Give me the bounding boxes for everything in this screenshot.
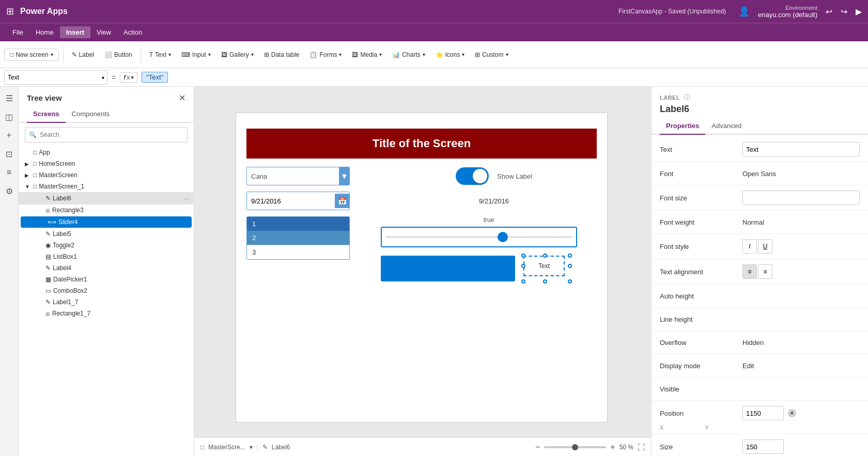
tree-item-label1_7[interactable]: ✎ Label1_7 xyxy=(19,296,194,308)
ribbon-divider-2 xyxy=(141,45,141,64)
ribbon: □ New screen ▾ ✎ Label ⬜ Button T Text ▾… xyxy=(0,41,868,68)
tree-item-datepicker1[interactable]: ▦ DatePicker1 xyxy=(19,274,194,285)
canvas-toggle[interactable] xyxy=(456,167,489,185)
label-button[interactable]: ✎ Label xyxy=(68,49,98,60)
bottom-tab2[interactable]: Label6 xyxy=(272,444,290,451)
data-table-button[interactable]: ⊞ Data table xyxy=(260,49,304,60)
tree-arrow-masterscreen: ▶ xyxy=(25,172,31,178)
tree-item-listbox1[interactable]: ▤ ListBox1 xyxy=(19,251,194,262)
tree-item-masterscreen[interactable]: ▶ □ MasterScreen xyxy=(19,169,194,181)
close-sidebar-button[interactable]: ✕ xyxy=(179,93,185,103)
zoom-minus-button[interactable]: − xyxy=(535,443,540,452)
icons-button[interactable]: ⭐ Icons ▾ xyxy=(431,49,469,60)
prop-row-position: Position ✕ xyxy=(652,403,868,423)
canvas-datepicker[interactable]: 9/21/2016 📅 xyxy=(246,192,350,210)
handle-mr[interactable] xyxy=(568,264,572,268)
canvas-blue-button[interactable] xyxy=(381,256,515,281)
panel-info-icon[interactable]: ⓘ xyxy=(684,93,690,102)
hamburger-icon[interactable]: ☰ xyxy=(2,91,17,105)
menu-item-file[interactable]: File xyxy=(6,26,29,38)
underline-button[interactable]: U xyxy=(758,239,772,254)
list-item-1[interactable]: 1 xyxy=(247,217,349,231)
zoom-slider-thumb[interactable] xyxy=(572,444,578,450)
sidebar-header: Tree view ✕ xyxy=(19,87,194,107)
search-input[interactable] xyxy=(25,127,188,143)
align-left-button[interactable]: ≡ xyxy=(742,264,757,279)
handle-br[interactable] xyxy=(568,279,572,284)
media-button[interactable]: 🖼 Media ▾ xyxy=(348,49,386,60)
size-width-input[interactable] xyxy=(742,439,784,454)
list-item-2[interactable]: 2 xyxy=(247,231,349,245)
tree-item-masterscreen1[interactable]: ▼ □ MasterScreen_1 xyxy=(19,181,194,192)
tab-screens[interactable]: Screens xyxy=(27,107,66,123)
handle-ml[interactable] xyxy=(521,264,525,268)
tree-item-label5[interactable]: ✎ Label5 xyxy=(19,228,194,240)
custom-button[interactable]: ⊞ Custom ▾ xyxy=(471,49,512,60)
text-shape-container: Text xyxy=(523,256,570,281)
tree-item-toggle2[interactable]: ◉ Toggle2 xyxy=(19,240,194,251)
charts-button[interactable]: 📊 Charts ▾ xyxy=(388,49,429,60)
formula-value[interactable]: "Text" xyxy=(142,72,168,83)
handle-bl[interactable] xyxy=(521,279,525,284)
app-grid-icon[interactable]: ⊞ xyxy=(6,6,14,17)
canvas-combobox[interactable]: Cana ▾ xyxy=(246,167,350,185)
property-selector[interactable]: Text xyxy=(4,70,107,85)
canvas-text-shape[interactable]: Text xyxy=(523,256,565,276)
expand-icon[interactable]: ⛶ xyxy=(638,443,645,451)
prop-text-input[interactable] xyxy=(742,142,860,156)
canvas-slider[interactable] xyxy=(381,227,577,247)
zoom-plus-button[interactable]: + xyxy=(610,443,615,452)
tree-item-combobox2[interactable]: ▭ ComboBox2 xyxy=(19,285,194,296)
italic-button[interactable]: I xyxy=(742,239,757,254)
prop-fontsize-input[interactable] xyxy=(742,191,860,205)
tree-item-slider4[interactable]: ⟺ Slider4 xyxy=(21,216,192,228)
bottom-tab1[interactable]: MasterScre... xyxy=(208,444,245,451)
input-button[interactable]: ⌨ Input ▾ xyxy=(177,49,215,60)
slider-thumb[interactable] xyxy=(498,232,508,242)
new-screen-button[interactable]: □ New screen ▾ xyxy=(4,49,59,61)
handle-tl[interactable] xyxy=(521,254,525,258)
tree-item-label4[interactable]: ✎ Label4 xyxy=(19,262,194,274)
tree-item-homescreen[interactable]: ▶ □ HomeScreen xyxy=(19,158,194,169)
profile-icon[interactable]: 👤 xyxy=(738,6,750,17)
settings-icon[interactable]: ⚙ xyxy=(2,184,17,198)
layers-icon[interactable]: ◫ xyxy=(2,109,17,124)
panel-tab-properties[interactable]: Properties xyxy=(660,119,705,135)
menu-item-view[interactable]: View xyxy=(90,26,117,38)
fx-button[interactable]: f x ▾ xyxy=(120,72,137,83)
handle-tr[interactable] xyxy=(568,254,572,258)
divider-4 xyxy=(652,233,868,234)
canvas-listbox[interactable]: 1 2 3 xyxy=(246,216,350,260)
handle-bm[interactable] xyxy=(543,279,547,284)
x-delete-button[interactable]: ✕ xyxy=(788,409,796,417)
menu-item-home[interactable]: Home xyxy=(29,26,60,38)
tree-item-rectangle3[interactable]: ◎ Rectangle3 xyxy=(19,205,194,216)
handle-tm[interactable] xyxy=(543,254,547,258)
undo-icon[interactable]: ↩ xyxy=(826,7,832,17)
canvas[interactable]: Title of the Screen Cana ▾ Show Label xyxy=(236,113,608,422)
variables-icon[interactable]: ≡ xyxy=(2,165,17,180)
prop-row-size: Size xyxy=(652,436,868,456)
play-icon[interactable]: ▶ xyxy=(856,7,862,17)
tree-label-r17: Rectangle1_7 xyxy=(52,310,190,317)
menu-item-action[interactable]: Action xyxy=(117,26,148,38)
prop-row-font: Font Open Sans xyxy=(652,164,868,183)
text-button[interactable]: T Text ▾ xyxy=(145,49,175,60)
zoom-slider[interactable] xyxy=(544,446,606,448)
button-button[interactable]: ⬜ Button xyxy=(100,49,136,60)
position-x-input[interactable] xyxy=(742,406,784,420)
menu-item-insert[interactable]: Insert xyxy=(60,26,90,38)
data-icon[interactable]: ⊡ xyxy=(2,147,17,161)
tab-components[interactable]: Components xyxy=(66,107,116,123)
panel-tab-advanced[interactable]: Advanced xyxy=(705,119,748,135)
tree-item-app[interactable]: □ App xyxy=(19,147,194,158)
align-center-button[interactable]: ≡ xyxy=(758,264,772,279)
label6-more-icon[interactable]: ··· xyxy=(183,194,190,202)
redo-icon[interactable]: ↪ xyxy=(841,7,847,17)
forms-button[interactable]: 📋 Forms ▾ xyxy=(305,49,346,60)
gallery-button[interactable]: 🖼 Gallery ▾ xyxy=(217,49,258,60)
tree-item-label6[interactable]: ✎ Label6 ··· xyxy=(19,192,194,205)
tree-item-rectangle1_7[interactable]: ◎ Rectangle1_7 xyxy=(19,308,194,319)
list-item-3[interactable]: 3 xyxy=(247,245,349,259)
add-icon[interactable]: + xyxy=(2,128,17,143)
